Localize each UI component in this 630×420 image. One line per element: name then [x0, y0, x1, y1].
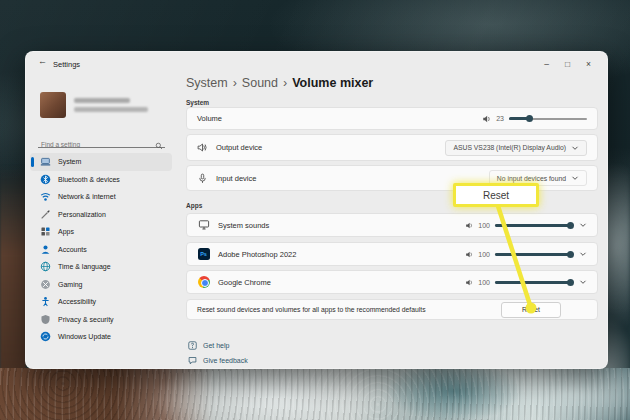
- output-device-value: ASUS VS238 (Intel(R) Display Audio): [453, 144, 566, 151]
- search-input[interactable]: [38, 138, 146, 151]
- sidebar-nav: System Bluetooth & devices Network & int…: [30, 153, 172, 346]
- app-volume-slider[interactable]: [495, 221, 573, 229]
- output-device-icon: [197, 142, 208, 153]
- sidebar-item-time-language[interactable]: Time & language: [30, 258, 172, 276]
- main-content: System›Sound›Volume mixer System Volume …: [176, 76, 607, 368]
- search-box[interactable]: [38, 133, 165, 148]
- app-volume-value: 100: [478, 279, 490, 286]
- app-name: System sounds: [218, 221, 269, 230]
- sidebar-item-accessibility[interactable]: Accessibility: [30, 293, 172, 311]
- sidebar-item-privacy[interactable]: Privacy & security: [30, 311, 172, 329]
- user-email-redacted: [74, 107, 148, 112]
- search-icon: [155, 136, 163, 154]
- app-volume-value: 100: [478, 251, 490, 258]
- sidebar-item-personalization[interactable]: Personalization: [30, 206, 172, 224]
- desktop: ← Settings – □ × System: [0, 0, 630, 420]
- slider-thumb[interactable]: [567, 222, 574, 229]
- user-name-redacted: [74, 98, 130, 103]
- output-device-label: Output device: [216, 143, 262, 152]
- monitor-icon: [197, 219, 210, 232]
- sidebar-item-bluetooth[interactable]: Bluetooth & devices: [30, 171, 172, 189]
- sidebar-item-gaming[interactable]: Gaming: [30, 276, 172, 294]
- window-controls: – □ ×: [536, 52, 599, 76]
- breadcrumb: System›Sound›Volume mixer: [186, 76, 373, 90]
- close-button[interactable]: ×: [578, 52, 599, 76]
- personalization-icon: [40, 209, 51, 220]
- breadcrumb-separator: ›: [233, 76, 237, 90]
- output-device-dropdown[interactable]: ASUS VS238 (Intel(R) Display Audio): [445, 140, 587, 156]
- apps-section-label: Apps: [186, 202, 202, 209]
- page-title: Volume mixer: [292, 76, 373, 90]
- reset-callout: Reset: [453, 183, 539, 207]
- give-feedback-link[interactable]: Give feedback: [188, 356, 248, 365]
- output-device-row: Output device ASUS VS238 (Intel(R) Displ…: [186, 134, 598, 161]
- bluetooth-icon: [40, 174, 51, 185]
- app-volume-slider[interactable]: [495, 278, 573, 286]
- speaker-icon[interactable]: [465, 250, 474, 259]
- sidebar-item-windows-update[interactable]: Windows Update: [30, 328, 172, 346]
- back-arrow-icon[interactable]: ←: [38, 56, 47, 66]
- sidebar-item-accounts[interactable]: Accounts: [30, 241, 172, 259]
- input-device-value: No input devices found: [497, 175, 566, 182]
- breadcrumb-sound[interactable]: Sound: [242, 76, 278, 90]
- app-name: Google Chrome: [218, 278, 271, 287]
- expand-chevron-icon[interactable]: [579, 221, 587, 229]
- app-row-photoshop: Ps Adobe Photoshop 2022 100: [186, 242, 598, 266]
- help-icon: [188, 341, 197, 350]
- maximize-button[interactable]: □: [557, 52, 578, 76]
- photoshop-icon: Ps: [197, 248, 210, 261]
- speaker-icon[interactable]: [465, 278, 474, 287]
- avatar[interactable]: [40, 92, 66, 118]
- accessibility-icon: [40, 296, 51, 307]
- windows-update-icon: [40, 331, 51, 342]
- slider-thumb[interactable]: [567, 251, 574, 258]
- feedback-icon: [188, 356, 197, 365]
- system-section-label: System: [186, 99, 209, 106]
- app-row-system-sounds: System sounds 100: [186, 213, 598, 237]
- app-volume-slider[interactable]: [495, 250, 573, 258]
- expand-chevron-icon[interactable]: [579, 278, 587, 286]
- sidebar-item-system[interactable]: System: [30, 153, 172, 171]
- slider-thumb[interactable]: [567, 279, 574, 286]
- speaker-icon[interactable]: [465, 221, 474, 230]
- volume-slider[interactable]: [509, 115, 587, 123]
- privacy-icon: [40, 314, 51, 325]
- app-row-chrome: Google Chrome 100: [186, 270, 598, 294]
- volume-label: Volume: [197, 114, 222, 123]
- app-volume-value: 100: [478, 222, 490, 229]
- expand-chevron-icon[interactable]: [579, 250, 587, 258]
- reset-description: Reset sound devices and volumes for all …: [197, 306, 426, 313]
- breadcrumb-separator: ›: [283, 76, 287, 90]
- network-icon: [40, 191, 51, 202]
- volume-value: 23: [496, 115, 504, 122]
- titlebar: ← Settings – □ ×: [26, 52, 607, 76]
- sidebar-item-network[interactable]: Network & internet: [30, 188, 172, 206]
- minimize-button[interactable]: –: [536, 52, 557, 76]
- breadcrumb-system[interactable]: System: [186, 76, 228, 90]
- chevron-down-icon: [571, 174, 579, 182]
- input-device-label: Input device: [216, 174, 256, 183]
- speaker-icon[interactable]: [482, 114, 492, 124]
- window-title: Settings: [53, 60, 80, 69]
- wallpaper-shoreline: [0, 368, 630, 420]
- chevron-down-icon: [571, 144, 579, 152]
- get-help-link[interactable]: Get help: [188, 341, 229, 350]
- sidebar: System Bluetooth & devices Network & int…: [26, 76, 176, 368]
- system-icon: [40, 156, 51, 167]
- sidebar-item-apps[interactable]: Apps: [30, 223, 172, 241]
- settings-window: ← Settings – □ × System: [25, 51, 608, 369]
- accounts-icon: [40, 244, 51, 255]
- slider-thumb[interactable]: [526, 115, 533, 122]
- gaming-icon: [40, 279, 51, 290]
- apps-icon: [40, 226, 51, 237]
- volume-row: Volume 23: [186, 107, 598, 130]
- reset-row: Reset sound devices and volumes for all …: [186, 299, 598, 320]
- chrome-icon: [197, 276, 210, 289]
- reset-button[interactable]: Reset: [501, 302, 561, 318]
- app-name: Adobe Photoshop 2022: [218, 250, 296, 259]
- input-device-icon: [197, 173, 208, 184]
- time-language-icon: [40, 261, 51, 272]
